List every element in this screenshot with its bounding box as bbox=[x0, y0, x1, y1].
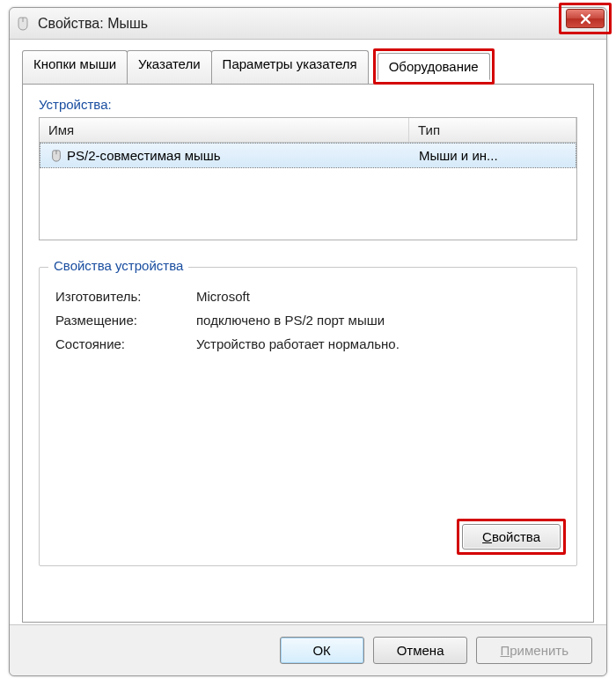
apply-button[interactable]: Применить bbox=[476, 637, 592, 664]
manufacturer-value: Microsoft bbox=[196, 289, 250, 304]
close-highlight bbox=[559, 3, 612, 34]
location-label: Размещение: bbox=[55, 313, 196, 328]
dialog-window: Свойства: Мышь Кнопки мыши Указатели Пар… bbox=[9, 7, 607, 676]
window-title: Свойства: Мышь bbox=[38, 16, 148, 32]
status-value: Устройство работает нормально. bbox=[196, 336, 400, 351]
tab-pointers[interactable]: Указатели bbox=[127, 50, 212, 85]
tab-hardware-highlight: Оборудование bbox=[373, 48, 495, 85]
device-row[interactable]: PS/2-совместимая мышь Мыши и ин... bbox=[40, 143, 576, 168]
apply-rest: рименить bbox=[510, 643, 568, 658]
properties-button[interactable]: Свойства bbox=[462, 524, 561, 550]
ok-button[interactable]: ОК bbox=[280, 637, 364, 664]
mouse-icon bbox=[15, 16, 31, 32]
titlebar: Свойства: Мышь bbox=[10, 8, 606, 40]
dialog-footer: ОК Отмена Применить bbox=[10, 624, 606, 675]
location-value: подключено в PS/2 порт мыши bbox=[196, 313, 385, 328]
tab-buttons[interactable]: Кнопки мыши bbox=[22, 50, 128, 85]
accel-u: С bbox=[482, 529, 492, 544]
status-label: Состояние: bbox=[55, 336, 196, 351]
prop-location: Размещение: подключено в PS/2 порт мыши bbox=[55, 313, 561, 328]
listview-header: Имя Тип bbox=[40, 118, 576, 143]
device-name: PS/2-совместимая мышь bbox=[67, 148, 221, 163]
device-properties-group: Свойства устройства Изготовитель: Micros… bbox=[39, 267, 577, 566]
tab-hardware[interactable]: Оборудование bbox=[378, 53, 490, 80]
manufacturer-label: Изготовитель: bbox=[55, 289, 196, 304]
apply-u: П bbox=[500, 643, 510, 658]
device-mouse-icon bbox=[49, 149, 63, 163]
device-name-cell: PS/2-совместимая мышь bbox=[40, 147, 410, 164]
cancel-button[interactable]: Отмена bbox=[373, 637, 468, 664]
content-area: Кнопки мыши Указатели Параметры указател… bbox=[10, 40, 606, 624]
prop-status: Состояние: Устройство работает нормально… bbox=[55, 336, 561, 351]
accel-rest: войства bbox=[492, 529, 540, 544]
group-title: Свойства устройства bbox=[48, 258, 188, 273]
devices-listview[interactable]: Имя Тип PS/2-совместимая мышь Мыши и ин.… bbox=[39, 117, 577, 240]
prop-manufacturer: Изготовитель: Microsoft bbox=[55, 289, 561, 304]
properties-button-highlight: Свойства bbox=[457, 519, 566, 555]
close-button[interactable] bbox=[566, 9, 605, 28]
column-name[interactable]: Имя bbox=[40, 118, 409, 142]
tab-strip: Кнопки мыши Указатели Параметры указател… bbox=[22, 50, 594, 85]
tab-panel-hardware: Устройства: Имя Тип PS/2-совместимая мыш… bbox=[22, 84, 594, 623]
column-type[interactable]: Тип bbox=[409, 118, 576, 142]
tab-pointer-options[interactable]: Параметры указателя bbox=[211, 50, 369, 85]
devices-label: Устройства: bbox=[39, 97, 577, 112]
device-type-cell: Мыши и ин... bbox=[410, 147, 576, 164]
